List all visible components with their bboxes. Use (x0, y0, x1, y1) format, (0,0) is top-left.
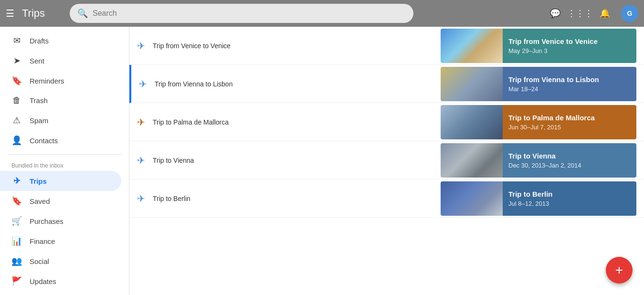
sidebar-label-drafts: Drafts (30, 37, 49, 45)
sidebar-item-updates[interactable]: 🚩 Updates (0, 271, 121, 291)
trip-card-dates-vienna: Dec 30, 2013–Jan 2, 2014 (508, 162, 631, 169)
trip-card-venice[interactable]: Trip from Venice to Venice May 29–Jun 3 (441, 29, 636, 63)
updates-icon: 🚩 (11, 276, 22, 286)
trash-icon: 🗑 (11, 95, 22, 105)
trip-card-text-vienna: Trip to Vienna Dec 30, 2013–Jan 2, 2014 (503, 143, 636, 178)
trip-card-dates-mallorca: Jun 30–Jul 7, 2015 (508, 124, 631, 131)
trips-list: ✈ Trip from Venice to Venice Trip from V… (129, 27, 644, 295)
plane-icon-mallorca: ✈ (137, 116, 145, 128)
trip-card-dates-venice: May 29–Jun 3 (508, 47, 631, 54)
sidebar-label-purchases: Purchases (30, 217, 63, 225)
sidebar-label-updates: Updates (30, 277, 56, 285)
search-icon: 🔍 (77, 8, 88, 19)
app-title: Trips (22, 7, 60, 20)
trip-row-vienna[interactable]: ✈ Trip to Vienna Trip to Vienna Dec 30, … (129, 141, 644, 179)
trip-card-vienna-lisbon[interactable]: Trip from Vienna to Lisbon Mar 18–24 (441, 67, 636, 101)
sidebar-label-social: Social (30, 257, 49, 265)
sidebar-item-finance[interactable]: 📊 Finance (0, 231, 121, 251)
trip-card-text-vienna-lisbon: Trip from Vienna to Lisbon Mar 18–24 (503, 67, 636, 101)
purchases-icon: 🛒 (11, 216, 22, 226)
trip-card-text-mallorca: Trip to Palma de Mallorca Jun 30–Jul 7, … (503, 105, 636, 139)
chat-icon-btn[interactable]: 💬 (547, 5, 564, 22)
saved-icon: 🔖 (11, 196, 22, 206)
menu-icon[interactable]: ☰ (6, 8, 14, 19)
contacts-icon: 👤 (11, 135, 22, 146)
sidebar-item-trash[interactable]: 🗑 Trash (0, 91, 121, 110)
plane-icon-venice: ✈ (137, 40, 145, 52)
drafts-icon: ✉ (11, 35, 22, 46)
compose-fab[interactable]: + (606, 257, 633, 284)
trip-card-title-venice: Trip from Venice to Venice (508, 37, 631, 45)
plane-icon-berlin: ✈ (137, 193, 145, 204)
search-bar: 🔍 (70, 4, 413, 23)
sidebar-label-contacts: Contacts (30, 137, 58, 145)
social-icon: 👥 (11, 256, 22, 266)
sidebar-label-reminders: Reminders (30, 77, 64, 85)
sidebar-section-label: Bundled in the inbox (0, 158, 129, 171)
trip-image-mallorca (441, 105, 503, 139)
sidebar-label-spam: Spam (30, 116, 48, 125)
reminders-icon: 🔖 (11, 75, 22, 86)
main-layout: ✉ Drafts ➤ Sent 🔖 Reminders 🗑 Trash ⚠ Sp… (0, 27, 644, 295)
sidebar: ✉ Drafts ➤ Sent 🔖 Reminders 🗑 Trash ⚠ Sp… (0, 27, 129, 295)
sidebar-item-trips[interactable]: ✈ Trips (0, 171, 121, 191)
trip-card-berlin[interactable]: Trip to Berlin Jul 8–12, 2013 (441, 181, 636, 216)
plane-icon-vienna: ✈ (137, 155, 145, 166)
trip-image-vienna-lisbon (441, 67, 503, 101)
sidebar-item-saved[interactable]: 🔖 Saved (0, 191, 121, 211)
trip-label-berlin: Trip to Berlin (153, 195, 441, 202)
apps-icon-btn[interactable]: ⋮⋮⋮ (571, 5, 589, 22)
trip-card-title-berlin: Trip to Berlin (508, 190, 631, 198)
spam-icon: ⚠ (11, 115, 22, 126)
sidebar-label-saved: Saved (30, 197, 50, 205)
sidebar-item-contacts[interactable]: 👤 Contacts (0, 130, 121, 150)
trip-card-title-vienna: Trip to Vienna (508, 152, 631, 160)
sidebar-item-drafts[interactable]: ✉ Drafts (0, 31, 121, 51)
sidebar-item-social[interactable]: 👥 Social (0, 251, 121, 271)
trip-row-berlin[interactable]: ✈ Trip to Berlin Trip to Berlin Jul 8–12… (129, 179, 644, 218)
sidebar-item-sent[interactable]: ➤ Sent (0, 51, 121, 71)
sidebar-item-spam[interactable]: ⚠ Spam (0, 110, 121, 130)
trip-label-vienna-lisbon: Trip from Vienna to Lisbon (155, 80, 441, 88)
trips-icon: ✈ (11, 176, 22, 186)
plane-icon-vienna-lisbon: ✈ (139, 78, 147, 90)
search-input[interactable] (93, 9, 406, 18)
trip-label-venice: Trip from Venice to Venice (153, 42, 441, 50)
trip-card-title-vienna-lisbon: Trip from Vienna to Lisbon (508, 75, 631, 84)
trip-row-venice[interactable]: ✈ Trip from Venice to Venice Trip from V… (129, 27, 644, 65)
trip-row-vienna-lisbon[interactable]: ✈ Trip from Vienna to Lisbon Trip from V… (129, 65, 644, 103)
sidebar-divider (8, 154, 121, 155)
trip-label-vienna: Trip to Vienna (153, 157, 441, 164)
trip-row-mallorca[interactable]: ✈ Trip to Palma de Mallorca Trip to Palm… (129, 103, 644, 141)
trip-card-dates-berlin: Jul 8–12, 2013 (508, 200, 631, 207)
notifications-icon-btn[interactable]: 🔔 (596, 5, 613, 22)
trip-card-text-venice: Trip from Venice to Venice May 29–Jun 3 (503, 29, 636, 63)
sidebar-item-purchases[interactable]: 🛒 Purchases (0, 211, 121, 231)
sidebar-item-reminders[interactable]: 🔖 Reminders (0, 71, 121, 91)
trip-card-dates-vienna-lisbon: Mar 18–24 (508, 85, 631, 93)
topbar: ☰ Trips 🔍 💬 ⋮⋮⋮ 🔔 G (0, 0, 644, 27)
trip-image-vienna (441, 143, 503, 178)
trip-card-text-berlin: Trip to Berlin Jul 8–12, 2013 (503, 181, 636, 216)
avatar[interactable]: G (621, 5, 638, 22)
trip-card-vienna[interactable]: Trip to Vienna Dec 30, 2013–Jan 2, 2014 (441, 143, 636, 178)
sent-icon: ➤ (11, 55, 22, 66)
trip-image-berlin (441, 181, 503, 216)
sidebar-label-trash: Trash (30, 96, 48, 105)
sidebar-label-sent: Sent (30, 57, 44, 65)
topbar-actions: 💬 ⋮⋮⋮ 🔔 G (547, 5, 638, 22)
trip-card-title-mallorca: Trip to Palma de Mallorca (508, 114, 631, 122)
finance-icon: 📊 (11, 236, 22, 246)
trip-card-mallorca[interactable]: Trip to Palma de Mallorca Jun 30–Jul 7, … (441, 105, 636, 139)
trip-label-mallorca: Trip to Palma de Mallorca (153, 118, 441, 126)
sidebar-label-finance: Finance (30, 237, 55, 245)
sidebar-item-forums[interactable]: 💬 Forums (0, 291, 121, 295)
sidebar-label-trips: Trips (30, 177, 47, 185)
trip-image-venice (441, 29, 503, 63)
